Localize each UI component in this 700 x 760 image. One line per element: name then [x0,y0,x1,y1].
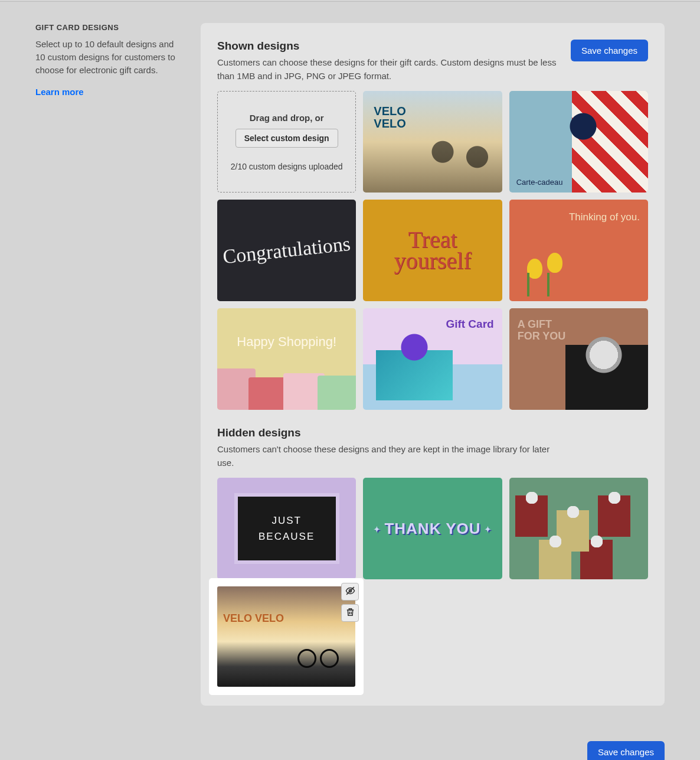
design-card-treat-yourself[interactable]: Treatyourself [363,200,502,301]
design-card-carte-cadeau[interactable]: Carte-cadeau [509,91,648,193]
card-actions [341,583,359,622]
design-card-velo-sunset-selected[interactable]: VELO VELO [209,578,364,695]
shown-designs-grid: Drag and drop, or Select custom design 2… [217,91,648,410]
card-text: JUSTBECAUSE [259,513,315,544]
save-changes-button[interactable]: Save changes [571,40,648,61]
hidden-designs-title: Hidden designs [217,426,648,439]
bow-graphic [565,109,601,144]
card-text: Gift Card [446,318,493,331]
design-card-gift-for-you[interactable]: A GIFTFOR YOU [509,308,648,410]
hidden-designs-grid: JUSTBECAUSE THANK YOU [217,478,648,579]
bows-graphic [509,478,648,579]
bow-graphic [580,335,627,374]
card-text: Thinking of you. [569,211,640,223]
design-card-just-because[interactable]: JUSTBECAUSE [217,478,356,579]
upload-drag-text: Drag and drop, or [250,113,324,123]
shopping-bags-graphic [217,368,356,410]
design-card-thank-you[interactable]: THANK YOU [363,478,502,579]
shown-designs-title: Shown designs [217,40,560,53]
learn-more-link[interactable]: Learn more [35,87,84,97]
card-text: VELOVELO [374,105,405,130]
settings-sidebar: GIFT CARD DESIGNS Select up to 10 defaul… [35,23,183,706]
upload-count-text: 2/10 custom designs uploaded [231,162,343,171]
design-card-congratulations[interactable]: Congratulations [217,200,356,301]
card-text: Happy Shopping! [217,334,356,350]
card-text: Treatyourself [394,229,471,272]
design-card-velo-cyclist[interactable]: VELOVELO [363,91,502,193]
design-card-gift-card[interactable]: Gift Card [363,308,502,410]
design-card-gift-boxes[interactable] [509,478,648,579]
save-changes-footer-button[interactable]: Save changes [587,741,665,760]
card-text: A GIFTFOR YOU [518,319,566,343]
hidden-designs-description: Customers can't choose these designs and… [217,443,560,469]
trash-icon [345,607,355,619]
letterboard-graphic: JUSTBECAUSE [234,493,339,565]
eye-slash-icon [345,586,355,598]
design-card-happy-shopping[interactable]: Happy Shopping! [217,308,356,410]
card-text: Carte-cadeau [516,178,563,187]
card-text: Congratulations [222,233,352,268]
sidebar-description: Select up to 10 default designs and 10 c… [35,38,183,76]
select-custom-design-button[interactable]: Select custom design [235,129,338,148]
upload-dropzone[interactable]: Drag and drop, or Select custom design 2… [217,91,356,193]
card-text: VELO VELO [223,612,284,625]
tulip-graphic [521,243,598,296]
card-text: THANK YOU [370,520,495,538]
bow-graphic [395,333,433,361]
bike-graphic [297,642,339,668]
delete-design-button[interactable] [341,604,359,622]
shown-designs-description: Customers can choose these designs for t… [217,56,560,83]
designs-panel: Shown designs Customers can choose these… [201,23,665,706]
design-card-thinking-of-you[interactable]: Thinking of you. [509,200,648,301]
hide-design-button[interactable] [341,583,359,601]
sidebar-title: GIFT CARD DESIGNS [35,23,183,32]
cyclist-graphic [420,91,496,193]
